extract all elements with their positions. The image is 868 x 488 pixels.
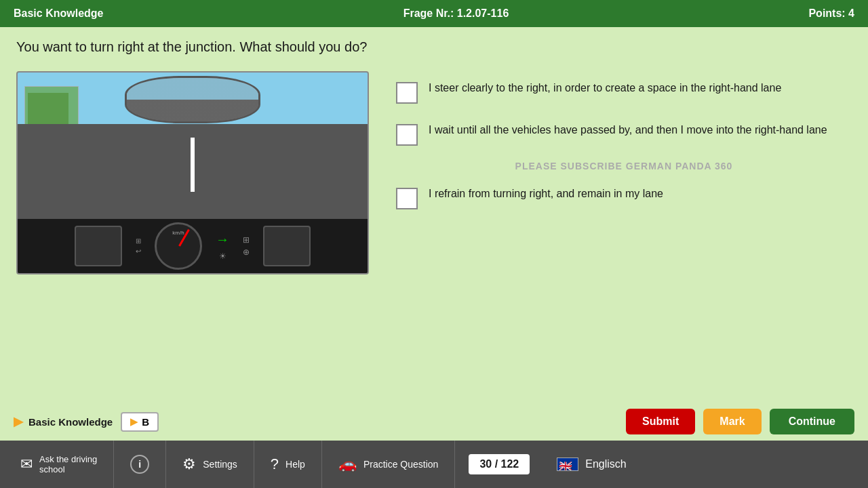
- settings-nav-item[interactable]: ⚙ Settings: [166, 441, 254, 488]
- b-badge-label: B: [142, 416, 149, 428]
- answer-row-3: I refrain from turning right, and remain…: [396, 177, 852, 219]
- continue-button[interactable]: Continue: [770, 409, 854, 434]
- main-content: You want to turn right at the junction. …: [0, 27, 868, 287]
- settings-label: Settings: [203, 459, 237, 470]
- submit-button[interactable]: Submit: [626, 409, 695, 434]
- watermark: PLEASE SUBSCRIBE GERMAN PANDA 360: [396, 155, 852, 177]
- answer-row-1: I steer clearly to the right, in order t…: [396, 71, 852, 113]
- bottom-nav: ✉ Ask the driving school i ⚙ Settings ? …: [0, 441, 868, 488]
- b-badge[interactable]: ▶ B: [121, 412, 159, 432]
- practice-nav-item[interactable]: 🚗 Practice Question: [322, 441, 456, 488]
- info-icon[interactable]: i: [130, 455, 149, 474]
- content-area: ⊞ ↩ km/h → ☀ ⊞ ⊕: [16, 71, 852, 274]
- app-header: Basic Knowledge Frage Nr.: 1.2.07-116 Po…: [0, 0, 868, 27]
- car-icon: 🚗: [338, 455, 357, 473]
- language-selector[interactable]: Englisch: [543, 458, 639, 471]
- help-label: Help: [285, 459, 305, 470]
- action-buttons: Submit Mark Continue: [626, 409, 854, 434]
- answer-row-2: I wait until all the vehicles have passe…: [396, 113, 852, 155]
- category-arrow-icon: ▶: [14, 414, 23, 429]
- help-nav-item[interactable]: ? Help: [254, 441, 322, 488]
- answer-text-3: I refrain from turning right, and remain…: [429, 186, 663, 201]
- page-counter: 30 / 122: [469, 454, 530, 474]
- ask-school-label: Ask the driving school: [39, 454, 97, 474]
- language-label: Englisch: [585, 458, 626, 470]
- driving-image: ⊞ ↩ km/h → ☀ ⊞ ⊕: [16, 71, 369, 274]
- header-points: Points: 4: [808, 7, 854, 20]
- question-text: You want to turn right at the junction. …: [16, 39, 852, 55]
- mail-icon: ✉: [20, 455, 33, 473]
- practice-label: Practice Question: [363, 459, 439, 470]
- category-name: Basic Knowledge: [28, 416, 113, 428]
- answer-text-2: I wait until all the vehicles have passe…: [429, 123, 827, 138]
- answer-checkbox-2[interactable]: [396, 124, 418, 146]
- bottom-toolbar: ▶ Basic Knowledge ▶ B Submit Mark Contin…: [0, 403, 868, 441]
- b-badge-arrow-icon: ▶: [130, 416, 138, 427]
- header-question-nr: Frage Nr.: 1.2.07-116: [403, 7, 509, 20]
- category-label: ▶ Basic Knowledge: [14, 414, 113, 429]
- answers-area: I steer clearly to the right, in order t…: [396, 71, 852, 219]
- answer-checkbox-1[interactable]: [396, 82, 418, 104]
- answer-checkbox-3[interactable]: [396, 188, 418, 209]
- info-nav-item[interactable]: i: [114, 441, 166, 488]
- flag-icon: [557, 458, 578, 471]
- mark-button[interactable]: Mark: [703, 409, 761, 434]
- help-icon: ?: [271, 455, 279, 473]
- ask-driving-school-nav-item[interactable]: ✉ Ask the driving school: [14, 441, 114, 488]
- header-category: Basic Knowledge: [14, 7, 103, 20]
- gear-icon: ⚙: [182, 455, 196, 473]
- answer-text-1: I steer clearly to the right, in order t…: [429, 81, 781, 96]
